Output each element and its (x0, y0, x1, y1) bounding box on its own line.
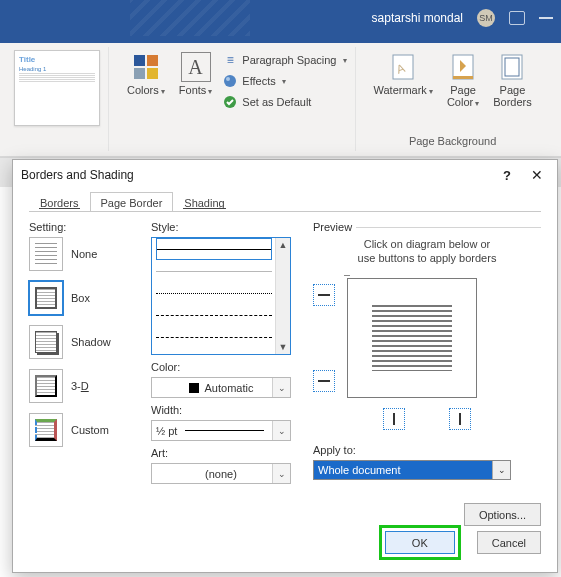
colors-label: Colors (127, 84, 159, 96)
svg-rect-1 (147, 55, 158, 66)
setting-custom[interactable]: Custom (29, 413, 139, 447)
close-button[interactable]: ✕ (525, 165, 549, 185)
theme-thumbnail[interactable]: Title Heading 1 (14, 50, 100, 126)
set-default-label: Set as Default (242, 96, 311, 108)
width-label: Width: (151, 404, 301, 416)
tab-page-border[interactable]: Page Border (90, 192, 174, 212)
preview-fieldset: Preview (313, 221, 541, 233)
svg-rect-0 (134, 55, 145, 66)
scroll-down-icon[interactable]: ▼ (279, 340, 288, 354)
setting-3d[interactable]: 3-D (29, 369, 139, 403)
art-value: (none) (205, 468, 237, 480)
page-borders-label: PageBorders (493, 84, 532, 108)
setting-custom-icon (29, 413, 63, 447)
setting-box[interactable]: Box (29, 281, 139, 315)
color-value: Automatic (205, 382, 254, 394)
scroll-up-icon[interactable]: ▲ (279, 238, 288, 252)
paragraph-spacing-button[interactable]: ≡ Paragraph Spacing▾ (222, 50, 346, 70)
tab-borders[interactable]: Borders (29, 192, 90, 212)
group-label-formatting (123, 133, 347, 151)
fonts-icon: A (181, 52, 211, 82)
style-solid[interactable] (156, 238, 272, 260)
thumb-heading: Heading 1 (19, 66, 95, 72)
width-dropdown[interactable]: ½ pt ⌄ (151, 420, 291, 441)
setting-shadow[interactable]: Shadow (29, 325, 139, 359)
tab-shading[interactable]: Shading (173, 192, 235, 212)
minimize-icon[interactable] (539, 17, 553, 19)
width-value: ½ pt (156, 425, 177, 437)
tab-page-border-label: Page Border (101, 197, 163, 209)
border-left-toggle[interactable] (383, 408, 405, 430)
colors-button[interactable]: Colors▾ (123, 50, 169, 98)
style-dotted[interactable] (156, 282, 272, 304)
chevron-down-icon: ▾ (475, 99, 479, 108)
setting-shadow-icon (29, 325, 63, 359)
ok-label: OK (412, 537, 428, 549)
setting-3d-icon (29, 369, 63, 403)
page-color-icon (448, 52, 478, 82)
style-dash-large[interactable] (156, 326, 272, 348)
preview-hint-line2: use buttons to apply borders (358, 252, 497, 264)
setting-3d-label: 3-D (71, 380, 89, 392)
art-dropdown[interactable]: (none) ⌄ (151, 463, 291, 484)
setting-box-icon (29, 281, 63, 315)
color-dropdown[interactable]: Automatic ⌄ (151, 377, 291, 398)
effects-button[interactable]: Effects▾ (222, 71, 346, 91)
style-label: Style: (151, 221, 301, 233)
preview-page[interactable] (347, 278, 477, 398)
dialog-titlebar: Borders and Shading ? ✕ (13, 160, 557, 190)
set-default-button[interactable]: Set as Default (222, 92, 346, 112)
help-button[interactable]: ? (503, 168, 511, 183)
art-label: Art: (151, 447, 301, 459)
chevron-down-icon: ⌄ (272, 378, 290, 397)
preview-label: Preview (313, 221, 356, 233)
ok-highlight: OK (379, 525, 461, 560)
thumb-title: Title (19, 55, 35, 64)
svg-point-5 (226, 77, 230, 81)
color-label: Color: (151, 361, 301, 373)
chevron-down-icon: ▾ (161, 87, 165, 96)
preview-content-icon (372, 305, 451, 371)
border-bottom-toggle[interactable] (313, 370, 335, 392)
preview-hint: Click on diagram below or use buttons to… (313, 237, 541, 266)
setting-none[interactable]: None (29, 237, 139, 271)
setting-label: Setting: (29, 221, 139, 233)
border-right-toggle[interactable] (449, 408, 471, 430)
paragraph-spacing-label: Paragraph Spacing (242, 54, 336, 66)
width-preview-line (185, 430, 264, 431)
chevron-down-icon: ▾ (208, 87, 212, 96)
fonts-label: Fonts (179, 84, 207, 96)
style-listbox[interactable]: ▲▼ (151, 237, 291, 355)
ok-button[interactable]: OK (385, 531, 455, 554)
ribbon: Title Heading 1 Colors▾ A Fonts▾ ≡ P (0, 43, 561, 157)
options-button[interactable]: Options... (464, 503, 541, 526)
page-borders-button[interactable]: PageBorders (489, 50, 536, 110)
user-avatar[interactable]: SM (477, 9, 495, 27)
setting-none-label: None (71, 248, 97, 260)
paragraph-spacing-icon: ≡ (222, 52, 238, 68)
watermark-button[interactable]: A Watermark▾ (370, 50, 437, 98)
chevron-down-icon: ⌄ (492, 461, 510, 479)
style-thin[interactable] (156, 260, 272, 282)
setting-shadow-label: Shadow (71, 336, 111, 348)
titlebar-decoration (130, 0, 250, 36)
style-dash-small[interactable] (156, 304, 272, 326)
page-color-button[interactable]: PageColor▾ (443, 50, 483, 111)
setting-custom-label: Custom (71, 424, 109, 436)
colors-icon (131, 52, 161, 82)
page-color-label: PageColor (447, 84, 476, 108)
ribbon-display-options-icon[interactable] (509, 11, 525, 25)
border-top-toggle[interactable] (313, 284, 335, 306)
cancel-label: Cancel (492, 537, 526, 549)
preview-hint-line1: Click on diagram below or (364, 238, 491, 250)
chevron-down-icon: ▾ (282, 77, 286, 86)
effects-label: Effects (242, 75, 275, 87)
cancel-button[interactable]: Cancel (477, 531, 541, 554)
svg-rect-3 (147, 68, 158, 79)
dialog-title: Borders and Shading (21, 168, 134, 182)
apply-to-dropdown[interactable]: Whole document ⌄ (313, 460, 511, 480)
style-scrollbar[interactable]: ▲▼ (275, 238, 290, 354)
svg-point-4 (224, 75, 236, 87)
fonts-button[interactable]: A Fonts▾ (175, 50, 217, 98)
app-titlebar: saptarshi mondal SM (0, 0, 561, 36)
